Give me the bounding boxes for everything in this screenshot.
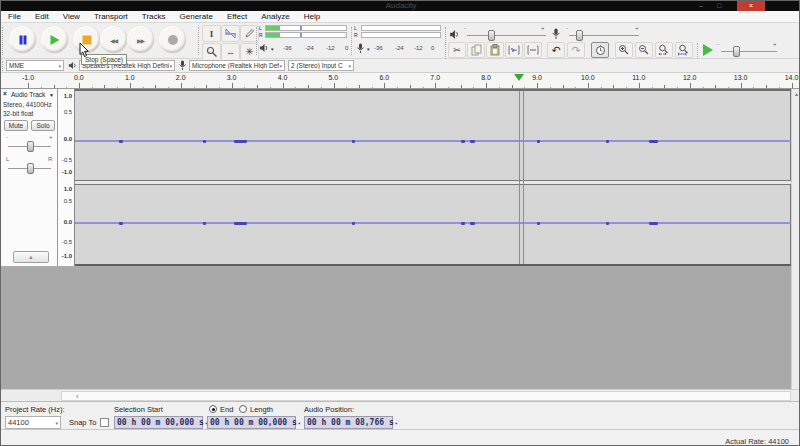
waveform-blip — [537, 140, 540, 143]
menu-item[interactable]: Edit — [28, 11, 56, 22]
envelope-icon — [224, 28, 237, 39]
timeline-label: 0.0 — [74, 74, 84, 81]
scale-label: 1.0 — [64, 186, 72, 192]
transcription-grip[interactable] — [697, 43, 700, 59]
maximize-button[interactable]: □ — [711, 1, 727, 11]
skip-to-start-button[interactable]: ◀◀ — [100, 26, 127, 53]
scroll-left-icon[interactable]: ‹ — [76, 392, 79, 401]
menu-item[interactable]: Analyze — [254, 11, 296, 22]
zoom-in-button[interactable] — [615, 42, 633, 58]
trim-audio-button[interactable] — [505, 42, 523, 58]
fit-project-button[interactable] — [675, 42, 693, 58]
snap-to-checkbox[interactable] — [100, 418, 109, 427]
play-button[interactable] — [41, 26, 68, 53]
timeline-label: 4.0 — [278, 74, 288, 81]
recording-device-select[interactable]: Microphone (Realtek High Defi▾ — [189, 60, 285, 71]
waveform-blip — [470, 140, 475, 143]
minimize-button[interactable]: – — [693, 1, 709, 11]
playback-level-fill — [266, 26, 280, 30]
horizontal-scrollbar[interactable]: ‹ — [1, 389, 800, 401]
recording-channels-select[interactable]: 2 (Stereo) Input C▾ — [288, 60, 354, 71]
title-bar[interactable]: Audacity – □ × — [1, 1, 800, 11]
project-rate-select[interactable]: 44100▾ — [5, 416, 61, 429]
waveform-blip — [352, 222, 355, 225]
pan-left-mark: L — [6, 156, 9, 162]
silence-audio-button[interactable] — [524, 42, 542, 58]
timeline-ruler[interactable]: -1.00.01.02.03.04.05.06.07.08.09.010.011… — [1, 73, 800, 89]
timeline-label: 2.0 — [176, 74, 186, 81]
zoom-tool-button[interactable] — [202, 43, 221, 60]
horizontal-scrollbar-track[interactable]: ‹ — [61, 391, 791, 401]
menu-item[interactable]: View — [56, 11, 87, 22]
waveform-area[interactable] — [75, 89, 791, 266]
playback-peak-indicator — [300, 33, 302, 37]
timeshift-tool-button[interactable]: ↔ — [221, 43, 240, 60]
track-control-panel[interactable]: × Audio Track ▼ Stereo, 44100Hz 32-bit f… — [1, 89, 58, 266]
undo-button[interactable]: ↶ — [547, 42, 565, 58]
tools-grip[interactable] — [198, 27, 201, 55]
sync-lock-button[interactable] — [591, 42, 609, 58]
recording-meter-left-bar[interactable] — [361, 25, 441, 31]
input-volume-slider[interactable] — [569, 35, 639, 36]
collapse-track-button[interactable]: ▴ — [13, 251, 49, 263]
playback-meter-left-bar[interactable] — [265, 25, 347, 31]
length-radio[interactable] — [239, 405, 247, 413]
paste-button[interactable] — [486, 42, 504, 58]
play-at-speed-button[interactable] — [703, 44, 713, 56]
skip-to-end-button[interactable]: ▶▶ — [127, 26, 154, 53]
waveform-blip — [234, 140, 247, 143]
timeline-label: 9.0 — [532, 74, 542, 81]
end-radio[interactable] — [209, 405, 217, 413]
chevron-down-icon: ▾ — [395, 420, 398, 426]
fit-selection-button[interactable] — [655, 42, 673, 58]
record-button[interactable] — [159, 26, 186, 53]
cut-button[interactable]: ✂ — [448, 42, 466, 58]
envelope-tool-button[interactable] — [221, 25, 240, 42]
selection-start-field[interactable]: 00 h 00 m 00,000 s▾ — [114, 416, 203, 429]
recording-meter-right-bar[interactable] — [361, 32, 441, 38]
toolbar-grip[interactable] — [2, 27, 5, 55]
audio-position-field[interactable]: 00 h 00 m 08,766 s▾ — [304, 416, 393, 429]
redo-button[interactable]: ↷ — [567, 42, 585, 58]
track-menu-icon[interactable]: ▼ — [49, 92, 54, 98]
gain-slider[interactable] — [8, 146, 51, 147]
playback-speed-thumb[interactable] — [733, 46, 740, 57]
waveform-channel-right[interactable] — [75, 185, 791, 264]
gain-thumb[interactable] — [27, 141, 34, 152]
input-volume-thumb[interactable] — [576, 30, 583, 41]
menu-item[interactable]: Generate — [173, 11, 220, 22]
mute-button[interactable]: Mute — [4, 120, 28, 131]
audio-host-select[interactable]: MME▾ — [6, 60, 64, 71]
menu-item[interactable]: Effect — [220, 11, 254, 22]
output-volume-slider[interactable] — [467, 35, 546, 36]
menu-item[interactable]: File — [1, 11, 28, 22]
recording-device-mic-icon — [178, 60, 187, 71]
vertical-scale-ruler[interactable]: 1.00.50.0-0.5-1.0 1.00.50.0-0.5-1.0 — [58, 89, 75, 266]
pan-thumb[interactable] — [27, 163, 34, 174]
close-button[interactable]: × — [737, 1, 765, 11]
menu-item[interactable]: Tracks — [135, 11, 173, 22]
selection-tool-button[interactable]: I — [202, 25, 221, 42]
vertical-scrollbar[interactable]: ▴ — [791, 89, 800, 389]
playback-speed-slider[interactable] — [721, 51, 777, 52]
playback-meter-left-label: L — [259, 25, 262, 31]
device-grip[interactable] — [2, 61, 5, 71]
solo-button[interactable]: Solo — [31, 120, 55, 131]
track-title[interactable]: Audio Track — [11, 91, 45, 98]
selection-end-field[interactable]: 00 h 00 m 00,000 s▾ — [207, 416, 296, 429]
waveform-channel-left[interactable] — [75, 91, 791, 180]
selection-start-label: Selection Start — [114, 405, 163, 414]
menu-item[interactable]: Help — [297, 11, 327, 22]
recording-meter-left-label: L — [354, 25, 357, 31]
copy-button[interactable] — [467, 42, 485, 58]
track-close-icon[interactable]: × — [3, 90, 7, 97]
scroll-up-icon[interactable]: ▴ — [792, 89, 800, 99]
pause-button[interactable] — [9, 26, 36, 53]
waveform-blip — [203, 222, 206, 225]
output-volume-thumb[interactable] — [488, 30, 495, 41]
pan-slider[interactable] — [8, 168, 51, 169]
playhead-marker[interactable] — [514, 74, 524, 81]
menu-item[interactable]: Transport — [87, 11, 135, 22]
zoom-out-button[interactable] — [635, 42, 653, 58]
playback-meter-right-bar[interactable] — [265, 32, 347, 38]
